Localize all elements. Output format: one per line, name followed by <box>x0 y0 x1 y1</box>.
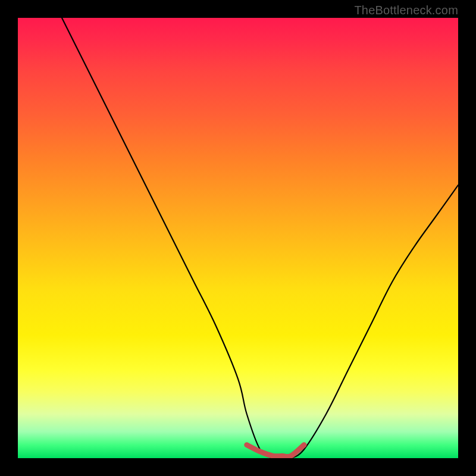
curve-svg <box>18 18 458 458</box>
bottleneck-curve-path <box>62 18 458 458</box>
optimal-highlight-path <box>247 445 304 457</box>
watermark-text: TheBottleneck.com <box>354 4 458 17</box>
plot-area <box>18 18 458 458</box>
chart-frame: TheBottleneck.com <box>0 0 476 476</box>
